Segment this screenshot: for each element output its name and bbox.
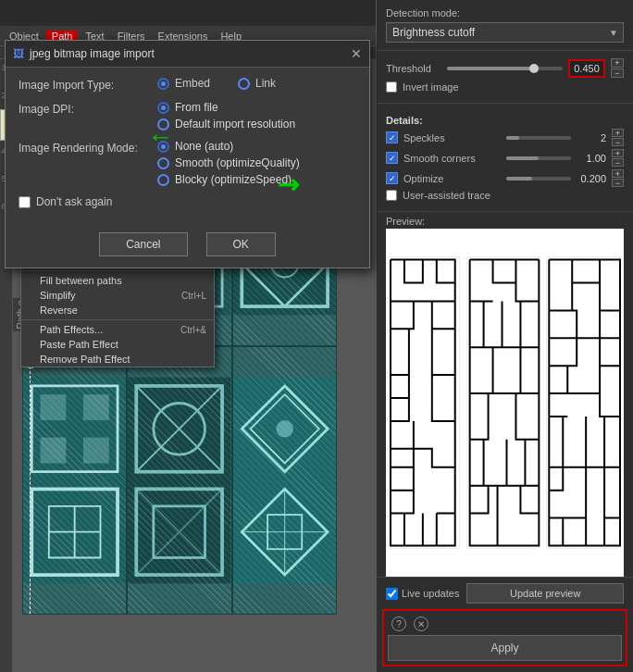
optimize-checkbox[interactable]: ✓ — [386, 172, 398, 184]
live-updates-row: Live updates — [386, 588, 459, 600]
link-radio[interactable] — [238, 78, 250, 90]
speckles-row: ✓ Speckles 2 + − — [386, 129, 624, 146]
detection-mode-label: Detection mode: — [386, 7, 624, 19]
canvas-area: Object Path Text Filters Extensions Help… — [0, 26, 378, 672]
svg-rect-24 — [83, 438, 109, 464]
smooth-corners-value: 1.00 — [577, 153, 606, 164]
speckles-label: Speckles — [403, 132, 501, 143]
svg-rect-23 — [41, 438, 67, 464]
svg-rect-32 — [233, 378, 336, 584]
help-icon[interactable]: ? — [391, 616, 406, 631]
detection-mode-select[interactable]: Brightness cutoff — [386, 22, 624, 43]
optimize-label: Optimize — [403, 173, 501, 184]
optimize-minus[interactable]: − — [612, 179, 624, 187]
threshold-section: Threshold 0.450 + − Invert image — [377, 51, 633, 104]
smooth-corners-pm: + − — [612, 149, 624, 167]
rendering-mode-label: Image Rendering Mode: — [19, 140, 157, 155]
dialog-footer: Cancel OK — [6, 225, 369, 268]
dialog-titlebar: 🖼 jpeg bitmap image import ✕ — [6, 41, 369, 68]
x-icon[interactable]: ✕ — [414, 616, 428, 631]
menu-item-simplify[interactable]: SimplifyCtrl+L — [21, 288, 214, 303]
smooth-corners-label: Smooth corners — [403, 153, 501, 164]
update-preview-button[interactable]: Update preview — [466, 583, 624, 604]
threshold-minus-btn[interactable]: − — [611, 68, 624, 78]
user-assisted-row: User-assisted trace — [386, 190, 624, 201]
svg-rect-27 — [128, 378, 230, 584]
threshold-plus-btn[interactable]: + — [611, 58, 624, 68]
threshold-slider[interactable] — [447, 67, 563, 70]
live-updates-checkbox[interactable] — [386, 588, 398, 600]
dialog-close-button[interactable]: ✕ — [351, 46, 362, 61]
threshold-value[interactable]: 0.450 — [568, 59, 605, 78]
smooth-corners-checkbox[interactable]: ✓ — [386, 152, 398, 164]
smooth-corners-slider-fill — [506, 156, 539, 160]
image-dpi-label: Image DPI: — [19, 101, 157, 116]
preview-label: Preview: — [377, 212, 633, 229]
menu-item-path-effects[interactable]: Path Effects...Ctrl+& — [21, 322, 214, 337]
invert-image-row: Invert image — [386, 81, 624, 93]
svg-rect-21 — [41, 394, 67, 420]
speckles-checkbox[interactable]: ✓ — [386, 131, 398, 143]
speckles-minus[interactable]: − — [612, 138, 624, 146]
from-file-radio[interactable] — [157, 102, 169, 114]
speckles-pm: + − — [612, 129, 624, 146]
smooth-label: Smooth (optimizeQuality) — [175, 156, 300, 169]
detection-mode-section: Detection mode: Brightness cutoff ▼ — [377, 0, 633, 51]
smooth-corners-plus[interactable]: + — [612, 149, 624, 157]
default-resolution-radio[interactable] — [157, 118, 169, 131]
none-auto-label: None (auto) — [175, 140, 233, 153]
menu-item-remove-path-effect[interactable]: Remove Path Effect — [21, 352, 214, 367]
details-label: Details: — [386, 115, 624, 126]
none-auto-radio[interactable] — [157, 141, 169, 153]
menu-item-reverse[interactable]: Reverse — [21, 303, 214, 317]
pattern-cell — [127, 346, 231, 615]
default-resolution-label: Default import resolution — [175, 118, 295, 131]
menu-item-paste-path-effect[interactable]: Paste Path Effect — [21, 337, 214, 352]
speckles-value: 2 — [577, 132, 606, 143]
import-type-options: Embed Link — [157, 77, 356, 90]
svg-rect-20 — [23, 378, 126, 584]
invert-image-checkbox[interactable] — [386, 81, 397, 93]
details-section: Details: ✓ Speckles 2 + − ✓ Smooth corne… — [377, 104, 633, 212]
svg-rect-31 — [154, 506, 205, 558]
dialog-body: Image Import Type: Embed Link — [6, 68, 369, 225]
optimize-plus[interactable]: + — [612, 169, 624, 178]
threshold-plus-minus: + − — [611, 58, 624, 78]
speckles-plus[interactable]: + — [612, 129, 624, 137]
svg-rect-30 — [137, 489, 223, 575]
smooth-corners-minus[interactable]: − — [612, 158, 624, 167]
dialog-title-text: jpeg bitmap image import — [30, 47, 155, 60]
blocky-label: Blocky (optimizeSpeed) — [175, 173, 292, 186]
embed-label: Embed — [175, 77, 210, 90]
svg-rect-28 — [137, 386, 223, 472]
blocky-radio[interactable] — [157, 174, 169, 186]
image-import-dialog: 🖼 jpeg bitmap image import ✕ Image Impor… — [5, 40, 370, 268]
preview-area — [386, 229, 624, 577]
pattern-cell — [22, 346, 127, 615]
apply-section: ? ✕ Apply — [382, 609, 627, 666]
threshold-slider-thumb[interactable] — [529, 64, 539, 73]
svg-point-29 — [154, 404, 205, 455]
optimize-slider-fill — [506, 177, 532, 180]
smooth-corners-row: ✓ Smooth corners 1.00 + − — [386, 149, 624, 167]
user-assisted-label: User-assisted trace — [403, 190, 490, 201]
optimize-slider[interactable] — [506, 177, 571, 180]
cancel-button[interactable]: Cancel — [99, 232, 187, 256]
speckles-slider[interactable] — [506, 136, 571, 140]
smooth-radio[interactable] — [157, 157, 169, 169]
dialog-icon: 🖼 — [13, 47, 24, 60]
apply-button[interactable]: Apply — [388, 635, 622, 661]
bottom-controls: Live updates Update preview — [377, 577, 633, 609]
svg-rect-22 — [83, 394, 109, 420]
pattern-cell — [232, 346, 337, 615]
smooth-corners-slider[interactable] — [506, 156, 571, 160]
ok-button[interactable]: OK — [206, 232, 276, 256]
optimize-value: 0.200 — [577, 173, 606, 184]
user-assisted-checkbox[interactable] — [386, 190, 397, 201]
dont-ask-label: Don't ask again — [36, 195, 112, 208]
dont-ask-checkbox[interactable] — [19, 196, 31, 208]
menu-item-fill-between[interactable]: Fill between paths — [21, 273, 214, 288]
from-file-label: From file — [175, 101, 218, 114]
svg-rect-39 — [546, 257, 620, 549]
embed-radio[interactable] — [157, 78, 169, 90]
